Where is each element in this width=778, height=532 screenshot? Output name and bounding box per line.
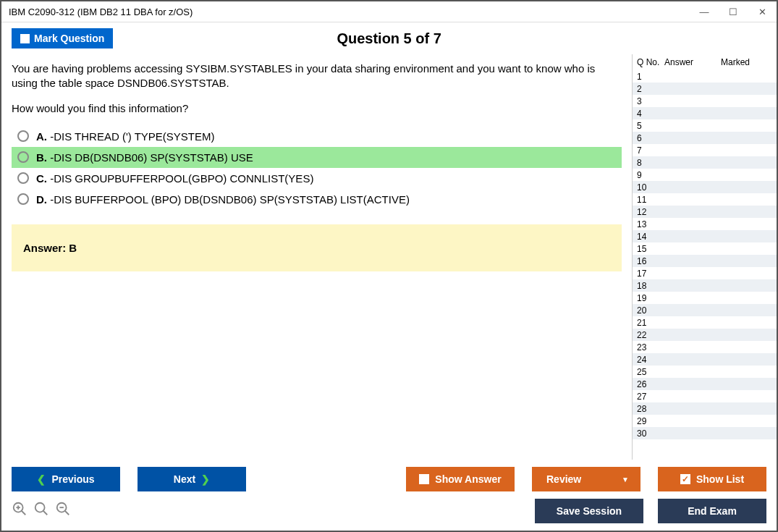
row-qno: 18 [633, 281, 664, 291]
row-qno: 20 [633, 305, 664, 316]
list-item[interactable]: 1 [633, 70, 777, 83]
svg-line-7 [65, 511, 69, 515]
next-button[interactable]: Next ❯ [138, 467, 246, 491]
option-row[interactable]: A. -DIS THREAD (') TYPE(SYSTEM) [12, 126, 622, 147]
previous-button[interactable]: ❮ Previous [12, 467, 120, 491]
option-value: -DIS GROUPBUFFERPOOL(GBPO) CONNLIST(YES) [50, 172, 313, 185]
option-letter: A. [36, 130, 50, 143]
row-qno: 16 [633, 256, 664, 266]
check-icon: ✓ [680, 474, 690, 484]
list-item[interactable]: 28 [633, 402, 777, 415]
row-qno: 15 [633, 244, 664, 254]
row-qno: 23 [633, 342, 664, 352]
radio-icon[interactable] [17, 172, 29, 184]
list-item[interactable]: 25 [633, 366, 777, 378]
list-item[interactable]: 12 [633, 206, 777, 218]
col-marked: Marked [721, 57, 777, 67]
list-item[interactable]: 14 [633, 230, 777, 242]
minimize-icon[interactable]: — [697, 4, 711, 19]
window-controls: — ☐ ✕ [697, 4, 769, 19]
next-label: Next [174, 473, 195, 485]
row-qno: 7 [633, 145, 664, 156]
list-item[interactable]: 27 [633, 390, 777, 402]
row-qno: 30 [633, 428, 664, 439]
option-text: D. -DIS BUFFERPOOL (BPO) DB(DSNDB06) SP(… [36, 193, 410, 206]
radio-icon[interactable] [17, 130, 29, 142]
row-qno: 4 [633, 109, 664, 119]
list-item[interactable]: 10 [633, 181, 777, 193]
list-item[interactable]: 23 [633, 341, 777, 353]
col-answer: Answer [664, 57, 721, 67]
list-item[interactable]: 6 [633, 132, 777, 144]
list-item[interactable]: 26 [633, 378, 777, 390]
row-qno: 17 [633, 269, 664, 279]
svg-line-1 [22, 511, 26, 515]
save-session-button[interactable]: Save Session [535, 499, 643, 523]
list-item[interactable]: 29 [633, 415, 777, 427]
app-window: IBM C2090-312 (IBM DB2 11 DBA for z/OS) … [0, 0, 778, 532]
show-list-button[interactable]: ✓ Show List [658, 467, 766, 491]
zoom-reset-icon[interactable] [33, 501, 49, 521]
option-row[interactable]: B. -DIS DB(DSNDB06) SP(SYSTSTAB) USE [12, 147, 622, 168]
list-item[interactable]: 8 [633, 156, 777, 169]
list-item[interactable]: 17 [633, 267, 777, 279]
zoom-controls [12, 501, 71, 521]
list-item[interactable]: 9 [633, 169, 777, 181]
close-icon[interactable]: ✕ [755, 4, 769, 19]
option-text: B. -DIS DB(DSNDB06) SP(SYSTSTAB) USE [36, 151, 253, 164]
list-item[interactable]: 24 [633, 353, 777, 366]
list-item[interactable]: 20 [633, 304, 777, 316]
question-text-1: You are having problems accessing SYSIBM… [12, 62, 622, 91]
row-qno: 21 [633, 318, 664, 328]
answer-box: Answer: B [12, 224, 622, 271]
row-qno: 11 [633, 195, 664, 205]
option-text: C. -DIS GROUPBUFFERPOOL(GBPO) CONNLIST(Y… [36, 172, 313, 185]
list-item[interactable]: 30 [633, 427, 777, 439]
option-value: -DIS DB(DSNDB06) SP(SYSTSTAB) USE [50, 151, 253, 164]
show-answer-button[interactable]: Show Answer [406, 467, 515, 491]
list-item[interactable]: 13 [633, 218, 777, 230]
maximize-icon[interactable]: ☐ [726, 4, 740, 19]
titlebar: IBM C2090-312 (IBM DB2 11 DBA for z/OS) … [1, 1, 777, 22]
list-item[interactable]: 7 [633, 144, 777, 156]
row-qno: 22 [633, 330, 664, 340]
footer-right-group: Save Session End Exam [535, 499, 766, 523]
end-exam-button[interactable]: End Exam [658, 499, 766, 523]
list-item[interactable]: 2 [633, 83, 777, 95]
row-qno: 12 [633, 207, 664, 217]
row-qno: 8 [633, 158, 664, 168]
list-item[interactable]: 15 [633, 242, 777, 255]
svg-point-4 [35, 503, 45, 512]
option-letter: C. [36, 172, 50, 185]
row-qno: 27 [633, 392, 664, 402]
chevron-left-icon: ❮ [37, 473, 46, 485]
col-qno: Q No. [633, 57, 664, 67]
question-list[interactable]: 1234567891011121314151617181920212223242… [633, 70, 777, 460]
review-label: Review [546, 473, 581, 485]
option-value: -DIS THREAD (') TYPE(SYSTEM) [50, 130, 214, 143]
review-button[interactable]: Review ▼ [532, 467, 640, 491]
list-item[interactable]: 4 [633, 107, 777, 119]
list-item[interactable]: 18 [633, 279, 777, 292]
list-item[interactable]: 5 [633, 119, 777, 132]
radio-icon[interactable] [17, 193, 29, 205]
radio-icon[interactable] [17, 151, 29, 163]
zoom-in-icon[interactable] [12, 501, 28, 521]
question-text-2: How would you find this information? [12, 101, 622, 116]
row-qno: 2 [633, 84, 664, 94]
list-item[interactable]: 3 [633, 95, 777, 107]
row-qno: 25 [633, 367, 664, 377]
option-letter: D. [36, 193, 50, 206]
list-item[interactable]: 11 [633, 193, 777, 206]
option-row[interactable]: C. -DIS GROUPBUFFERPOOL(GBPO) CONNLIST(Y… [12, 168, 622, 189]
list-item[interactable]: 21 [633, 316, 777, 329]
option-row[interactable]: D. -DIS BUFFERPOOL (BPO) DB(DSNDB06) SP(… [12, 189, 622, 210]
row-qno: 1 [633, 72, 664, 82]
header: Mark Question Question 5 of 7 [1, 22, 777, 54]
question-list-panel: Q No. Answer Marked 12345678910111213141… [632, 54, 777, 460]
list-item[interactable]: 22 [633, 329, 777, 341]
list-item[interactable]: 16 [633, 255, 777, 267]
zoom-out-icon[interactable] [55, 501, 71, 521]
row-qno: 6 [633, 133, 664, 143]
list-item[interactable]: 19 [633, 292, 777, 304]
